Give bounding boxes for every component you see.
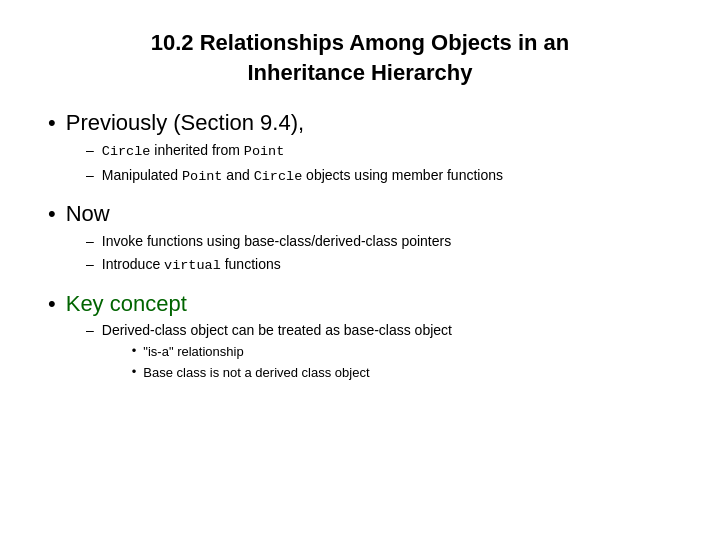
sub-bullets-previously: – Circle inherited from Point – Manipula… [86,140,672,186]
slide-title: 10.2 Relationships Among Objects in an I… [48,28,672,87]
sub-dash-now-2: – [86,256,94,272]
title-block: 10.2 Relationships Among Objects in an I… [48,28,672,87]
bullet-label-now: Now [66,200,110,229]
sub-bullet-previously-2: – Manipulated Point and Circle objects u… [86,165,672,187]
sub-sub-bullet-1: • "is-a" relationship [132,343,452,362]
sub-text-previously-1: Circle inherited from Point [102,140,285,162]
slide: 10.2 Relationships Among Objects in an I… [0,0,720,540]
sub-sub-text-1: "is-a" relationship [143,343,243,362]
bullet-dot-key-concept: • [48,291,56,317]
sub-bullet-now-2: – Introduce virtual functions [86,254,672,276]
bullet-label-key-concept: Key concept [66,290,187,319]
sub-sub-text-2: Base class is not a derived class object [143,364,369,383]
bullet-now: • Now – Invoke functions using base-clas… [48,200,672,279]
title-line1: 10.2 Relationships Among Objects in an [151,30,570,55]
sub-text-now-2: Introduce virtual functions [102,254,281,276]
sub-bullet-previously-1: – Circle inherited from Point [86,140,672,162]
sub-dash-key-1: – [86,322,94,338]
content: • Previously (Section 9.4), – Circle inh… [48,109,672,387]
sub-sub-bullets: • "is-a" relationship • Base class is no… [132,343,452,383]
sub-text-now-1: Invoke functions using base-class/derive… [102,231,451,251]
sub-dash-2: – [86,167,94,183]
bullet-previously: • Previously (Section 9.4), – Circle inh… [48,109,672,190]
sub-bullet-key-1: – Derived-class object can be treated as… [86,320,672,383]
bullet-dot-previously: • [48,110,56,136]
sub-bullet-now-1: – Invoke functions using base-class/deri… [86,231,672,251]
sub-sub-dot-2: • [132,364,137,379]
sub-bullets-key-concept: – Derived-class object can be treated as… [86,320,672,383]
sub-sub-dot-1: • [132,343,137,358]
bullet-major-key-concept: • Key concept [48,290,672,319]
bullet-major-now: • Now [48,200,672,229]
bullet-major-previously: • Previously (Section 9.4), [48,109,672,138]
bullet-key-concept: • Key concept – Derived-class object can… [48,290,672,388]
sub-bullets-now: – Invoke functions using base-class/deri… [86,231,672,276]
sub-dash-now-1: – [86,233,94,249]
sub-text-previously-2: Manipulated Point and Circle objects usi… [102,165,503,187]
bullet-dot-now: • [48,201,56,227]
sub-dash: – [86,142,94,158]
title-line2: Inheritance Hierarchy [248,60,473,85]
sub-sub-bullet-2: • Base class is not a derived class obje… [132,364,452,383]
sub-bullet-key-1-content: Derived-class object can be treated as b… [102,320,452,383]
bullet-label-previously: Previously (Section 9.4), [66,109,304,138]
sub-text-key-1: Derived-class object can be treated as b… [102,322,452,338]
